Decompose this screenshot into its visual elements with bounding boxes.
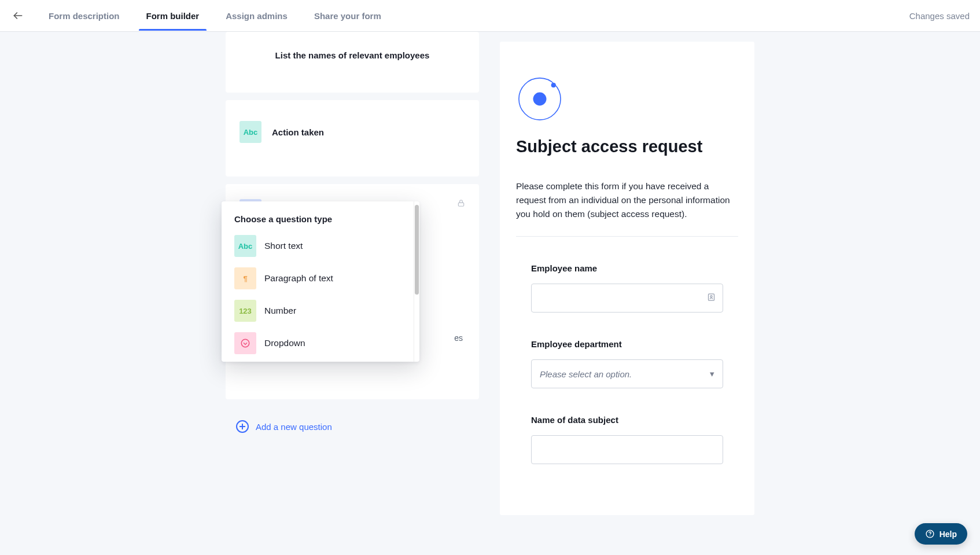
- tab-form-description[interactable]: Form description: [49, 1, 120, 30]
- popover-option-dropdown[interactable]: Dropdown: [222, 327, 419, 359]
- tab-form-builder[interactable]: Form builder: [146, 1, 200, 30]
- popover-option-paragraph[interactable]: ¶ Paragraph of text: [222, 262, 419, 295]
- field-label: Name of data subject: [531, 415, 723, 425]
- svg-point-5: [551, 83, 556, 87]
- divider: [516, 236, 738, 237]
- top-bar: Form description Form builder Assign adm…: [0, 0, 980, 32]
- type-badge-short-text: Abc: [240, 121, 261, 143]
- dropdown-icon: [234, 332, 256, 354]
- builder-column: List the names of relevant employees Abc…: [226, 32, 479, 515]
- popover-option-label: Number: [264, 306, 296, 316]
- help-label: Help: [940, 530, 957, 539]
- help-icon: [925, 529, 935, 539]
- svg-point-7: [710, 296, 712, 297]
- back-button[interactable]: [10, 8, 25, 23]
- field-label: Employee name: [531, 263, 723, 273]
- question-card-editing[interactable]: es Choose a question type Abc Short text…: [226, 184, 479, 399]
- form-logo-icon: [516, 75, 738, 124]
- svg-point-4: [533, 93, 547, 106]
- svg-rect-1: [458, 203, 463, 206]
- question-type-popover: Choose a question type Abc Short text ¶ …: [222, 201, 419, 362]
- popover-option-number[interactable]: 123 Number: [222, 295, 419, 327]
- popover-option-label: Short text: [264, 241, 303, 251]
- paragraph-icon: ¶: [234, 267, 256, 289]
- work-area: List the names of relevant employees Abc…: [0, 32, 980, 515]
- tab-share-form[interactable]: Share your form: [314, 1, 381, 30]
- help-button[interactable]: Help: [915, 523, 967, 545]
- preview-field-data-subject: Name of data subject: [531, 415, 723, 464]
- add-question-label: Add a new question: [256, 422, 332, 432]
- short-text-icon: Abc: [234, 235, 256, 257]
- hidden-card-fragment: es: [454, 333, 463, 343]
- contact-card-icon: [707, 293, 716, 303]
- chevron-down-icon: ▾: [710, 369, 714, 379]
- preview-panel: Subject access request Please complete t…: [500, 42, 754, 515]
- preview-field-employee-department: Employee department Please select an opt…: [531, 339, 723, 388]
- svg-point-9: [929, 535, 930, 536]
- popover-option-label: Paragraph of text: [264, 273, 333, 284]
- select-placeholder: Please select an option.: [540, 369, 632, 379]
- preview-title: Subject access request: [516, 137, 738, 156]
- popover-option-label: Dropdown: [264, 338, 305, 348]
- question-title: Action taken: [272, 127, 324, 137]
- employee-department-select[interactable]: Please select an option. ▾: [531, 359, 723, 388]
- popover-title: Choose a question type: [222, 214, 419, 230]
- employee-name-input[interactable]: [531, 284, 723, 313]
- arrow-left-icon: [12, 10, 24, 21]
- save-status: Changes saved: [909, 11, 970, 21]
- popover-option-short-text[interactable]: Abc Short text: [222, 230, 419, 262]
- data-subject-input[interactable]: [531, 435, 723, 464]
- field-label: Employee department: [531, 339, 723, 349]
- number-icon: 123: [234, 300, 256, 322]
- tab-assign-admins[interactable]: Assign admins: [226, 1, 288, 30]
- add-question-button[interactable]: Add a new question: [236, 420, 479, 433]
- preview-description: Please complete this form if you have re…: [516, 179, 738, 221]
- svg-point-2: [241, 339, 249, 347]
- tab-strip: Form description Form builder Assign adm…: [49, 1, 381, 30]
- preview-field-employee-name: Employee name: [531, 263, 723, 313]
- popover-scrollbar[interactable]: [414, 201, 419, 362]
- question-title: List the names of relevant employees: [240, 50, 465, 60]
- plus-circle-icon: [236, 420, 249, 433]
- lock-icon: [457, 199, 465, 209]
- question-card[interactable]: Abc Action taken: [226, 100, 479, 177]
- question-card[interactable]: List the names of relevant employees: [226, 32, 479, 93]
